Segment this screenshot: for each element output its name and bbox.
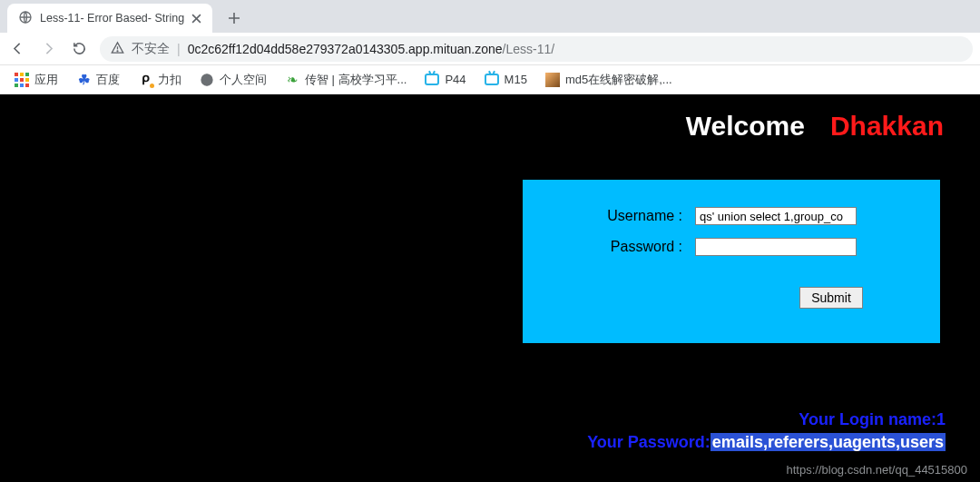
username-label: Username : <box>523 208 695 224</box>
username-input[interactable] <box>695 207 857 225</box>
bookmark-label: 个人空间 <box>220 72 267 88</box>
url-path: /Less-11/ <box>503 42 555 56</box>
bookmark-apps[interactable]: 应用 <box>7 69 65 91</box>
close-icon[interactable] <box>191 14 201 24</box>
result-line-1: Your Login name:1 <box>587 408 946 430</box>
bili-icon <box>425 73 439 87</box>
result-line-2: Your Password:emails,referers,uagents,us… <box>587 431 946 453</box>
insecure-icon <box>111 41 124 57</box>
globe-icon <box>18 10 33 27</box>
bookmark-label: 百度 <box>96 72 120 88</box>
separator: | <box>177 42 181 56</box>
forward-button[interactable] <box>38 39 58 59</box>
login-panel: Username : Password : Submit <box>523 180 940 343</box>
bookmark-likou[interactable]: ᑭ 力扣 <box>131 69 189 91</box>
bookmark-label: 传智 | 高校学习平... <box>305 72 407 88</box>
login-result: Your Login name:1 Your Password:emails,r… <box>587 408 946 453</box>
bookmark-label: M15 <box>505 73 527 86</box>
result-login-prefix: Your Login name: <box>799 410 936 428</box>
bookmark-space[interactable]: 个人空间 <box>192 69 274 91</box>
bookmark-label: md5在线解密破解,... <box>565 72 672 88</box>
result-login-value: 1 <box>936 410 946 428</box>
globe-icon <box>200 73 214 87</box>
bookmark-m15[interactable]: M15 <box>477 70 534 90</box>
welcome-text: Welcome <box>686 111 805 142</box>
bookmark-p44[interactable]: P44 <box>417 70 473 90</box>
result-password-prefix: Your Password: <box>587 433 710 451</box>
submit-button[interactable]: Submit <box>799 287 863 309</box>
browser-tab[interactable]: Less-11- Error Based- String <box>7 4 212 33</box>
watermark: https://blog.csdn.net/qq_44515800 <box>787 463 968 477</box>
bookmark-md5[interactable]: md5在线解密破解,... <box>538 69 680 91</box>
tab-title: Less-11- Error Based- String <box>40 12 184 25</box>
md5-icon <box>545 73 560 87</box>
bookmark-label: P44 <box>445 73 466 86</box>
new-tab-button[interactable] <box>221 5 247 31</box>
url-host: 0c2c62ff12d04dd58e279372a0143305.app.mit… <box>188 42 503 56</box>
tab-strip: Less-11- Error Based- String <box>0 0 980 33</box>
result-password-value: emails,referers,uagents,users <box>710 433 946 451</box>
bookmark-label: 应用 <box>34 72 58 88</box>
address-bar: 不安全 | 0c2c62ff12d04dd58e279372a0143305.a… <box>0 33 980 65</box>
password-input[interactable] <box>695 238 857 256</box>
insecure-label: 不安全 <box>132 41 170 57</box>
brand-text: Dhakkan <box>830 111 944 142</box>
bookmark-label: 力扣 <box>158 72 181 88</box>
bookmark-chuanzhi[interactable]: ❧ 传智 | 高校学习平... <box>278 69 414 91</box>
reload-button[interactable] <box>69 39 89 59</box>
page-content: Welcome Dhakkan Username : Password : Su… <box>0 94 980 482</box>
page-title: Welcome Dhakkan <box>686 111 944 142</box>
password-label: Password : <box>523 239 695 255</box>
apps-icon <box>15 73 29 87</box>
bookmark-baidu[interactable]: ☘ 百度 <box>69 69 127 91</box>
svg-point-1 <box>117 50 118 51</box>
bili-icon <box>485 73 499 87</box>
url-text: 0c2c62ff12d04dd58e279372a0143305.app.mit… <box>188 42 555 56</box>
likou-icon: ᑭ <box>138 73 152 87</box>
bookmarks-bar: 应用 ☘ 百度 ᑭ 力扣 个人空间 ❧ 传智 | 高校学习平... P44 M1… <box>0 65 980 94</box>
paw-icon: ☘ <box>76 73 91 87</box>
back-button[interactable] <box>7 39 27 59</box>
leaf-icon: ❧ <box>285 73 299 87</box>
omnibox[interactable]: 不安全 | 0c2c62ff12d04dd58e279372a0143305.a… <box>100 36 973 62</box>
